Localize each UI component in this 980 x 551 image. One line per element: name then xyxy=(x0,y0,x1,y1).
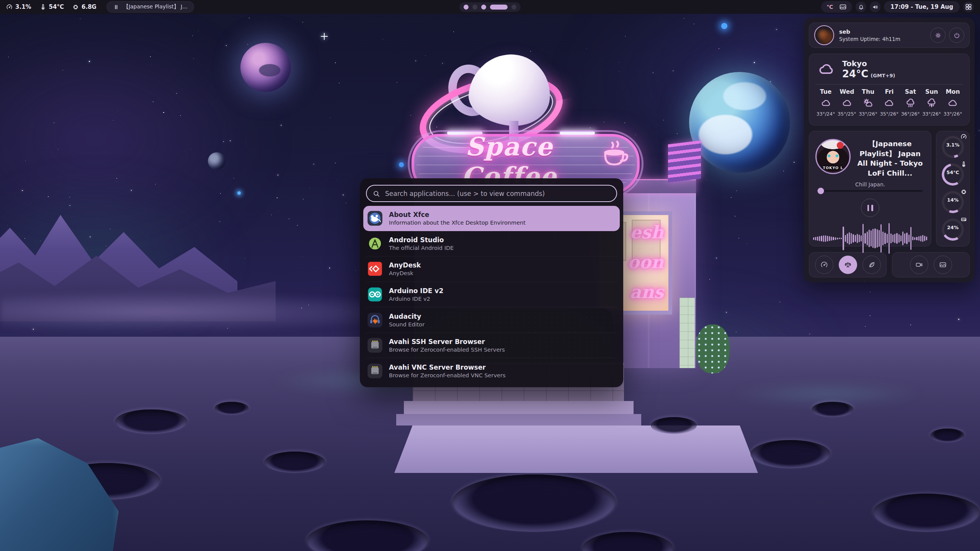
star xyxy=(779,302,780,302)
performance-profile-button[interactable] xyxy=(815,256,833,274)
star xyxy=(707,180,707,180)
star xyxy=(116,181,117,181)
app-row[interactable]: AnyDesk AnyDesk xyxy=(363,256,620,282)
track-progress-bar[interactable] xyxy=(818,190,923,192)
capture-group xyxy=(892,252,970,277)
waveform-bar xyxy=(855,235,856,242)
star xyxy=(226,45,227,46)
cloud-icon xyxy=(884,98,894,108)
speedometer-icon xyxy=(820,261,828,269)
waveform-bar xyxy=(908,235,910,242)
waveform-bar xyxy=(887,234,888,243)
app-row[interactable]: Avahi VNC Server Browser Browse for Zero… xyxy=(363,358,620,383)
crater xyxy=(651,417,697,434)
clock[interactable]: 17:09 - Tue, 19 Aug xyxy=(884,1,960,13)
waveform-bar xyxy=(867,231,868,245)
system-gauge: 54°C xyxy=(936,161,969,189)
star xyxy=(62,70,63,70)
balanced-profile-button[interactable] xyxy=(839,256,857,274)
star xyxy=(278,174,278,175)
app-title: AnyDesk xyxy=(389,261,421,269)
star xyxy=(870,292,871,292)
power-profile-group xyxy=(809,252,887,277)
tray-app-icon[interactable]: ℃ xyxy=(826,4,833,10)
workspace-dot[interactable] xyxy=(481,5,486,10)
app-row[interactable]: Audacity Sound Editor xyxy=(363,307,620,333)
star xyxy=(355,270,356,271)
star xyxy=(397,82,397,83)
star xyxy=(709,279,710,280)
pause-button[interactable] xyxy=(861,199,879,217)
star xyxy=(90,236,91,238)
pause-icon xyxy=(113,4,119,10)
flower-bush xyxy=(696,324,730,373)
volume-button[interactable] xyxy=(870,2,880,12)
notifications-button[interactable] xyxy=(856,2,866,12)
search-input[interactable] xyxy=(366,185,617,202)
star xyxy=(151,64,152,64)
screenshot-button[interactable] xyxy=(934,256,952,274)
star xyxy=(619,72,619,72)
app-row[interactable]: About Xfce Information about the Xfce De… xyxy=(363,206,620,231)
waveform-bar xyxy=(922,235,923,242)
screen-record-button[interactable] xyxy=(910,256,928,274)
earth-planet xyxy=(689,72,790,173)
workspace-dot[interactable] xyxy=(490,5,508,10)
thermo-icon xyxy=(960,161,967,168)
chip-icon xyxy=(72,4,79,10)
progress-knob[interactable] xyxy=(818,188,824,194)
audacity-app-icon xyxy=(367,312,383,328)
waveform-bar xyxy=(900,235,902,241)
waveform-bar xyxy=(880,224,882,253)
workspace-dot[interactable] xyxy=(464,5,469,10)
app-grid-button[interactable] xyxy=(963,2,974,12)
star xyxy=(382,39,383,39)
star xyxy=(302,22,303,23)
system-uptime: System Uptime: 4h11m xyxy=(839,36,900,42)
forecast-day: Fri 35°/26° xyxy=(879,88,900,117)
app-row[interactable]: Arduino IDE v2 Arduino IDE v2 xyxy=(363,282,620,307)
star xyxy=(673,70,674,72)
app-row[interactable]: Android Studio The official Android IDE xyxy=(363,231,620,256)
waveform-bar xyxy=(839,238,840,239)
forecast-temps: 35°/25° xyxy=(838,111,856,117)
system-stat: 54°C xyxy=(40,3,64,10)
bright-star xyxy=(721,23,727,29)
star xyxy=(663,120,664,121)
wallpaper-icon[interactable] xyxy=(839,3,847,11)
star xyxy=(684,18,684,19)
star xyxy=(530,51,531,52)
workspace-dot[interactable] xyxy=(472,5,477,10)
waveform-bar xyxy=(882,231,884,245)
settings-button[interactable] xyxy=(930,28,946,43)
gauge-value: 3.1% xyxy=(946,142,960,148)
star xyxy=(794,162,795,163)
app-row[interactable]: Avahi SSH Server Browser Browse for Zero… xyxy=(363,333,620,358)
bright-star xyxy=(237,191,241,195)
power-button[interactable] xyxy=(949,28,964,43)
star xyxy=(590,127,591,128)
waveform-bar xyxy=(837,238,838,240)
pause-bar xyxy=(871,205,873,211)
workspace-dot[interactable] xyxy=(511,5,516,10)
waveform-bar xyxy=(912,236,913,240)
forecast-day: Thu 33°/26° xyxy=(858,88,879,117)
search-icon xyxy=(372,190,380,197)
music-player-card: TOKYO L 【Japanese Playlist】 Japan All Ni… xyxy=(809,131,931,246)
now-playing-pill[interactable]: 【Japanese Playlist】 J... xyxy=(106,1,194,13)
star xyxy=(113,120,114,121)
grid-icon xyxy=(965,3,972,11)
star xyxy=(736,191,737,191)
powersave-profile-button[interactable] xyxy=(862,256,881,274)
system-tray: ℃ xyxy=(821,1,852,13)
star xyxy=(415,60,416,61)
waveform-bar xyxy=(879,230,880,247)
star xyxy=(313,164,314,165)
waveform-bar xyxy=(869,230,870,247)
stat-value: 54°C xyxy=(49,3,64,10)
forecast-temps: 36°/26° xyxy=(901,111,920,117)
waveform-bar xyxy=(813,237,814,240)
waveform-bar xyxy=(920,236,921,241)
waveform-bar xyxy=(827,236,828,241)
music-and-stats: TOKYO L 【Japanese Playlist】 Japan All Ni… xyxy=(809,131,970,246)
